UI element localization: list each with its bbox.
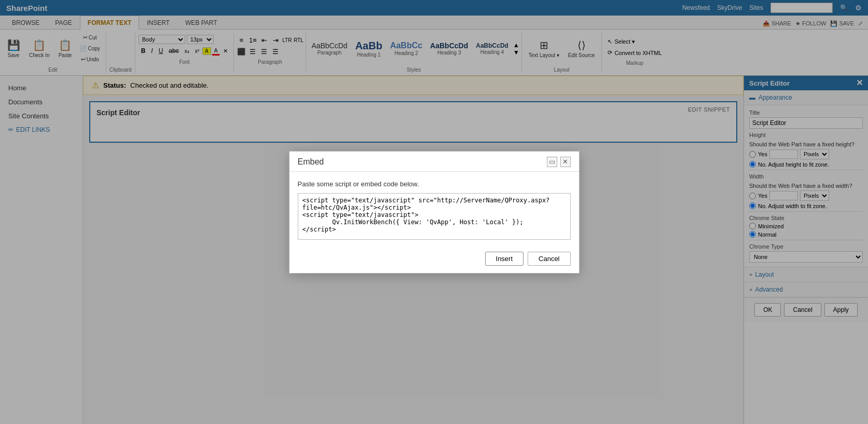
modal-controls: ▭ ✕ [547,157,571,167]
modal-minimize-btn[interactable]: ▭ [547,157,557,167]
embed-code-textarea[interactable]: <script type="text/javascript" src="http… [298,193,571,240]
modal-header: Embed ▭ ✕ [290,152,579,172]
modal-body: Paste some script or embed code below. <… [290,172,579,248]
modal-cancel-btn[interactable]: Cancel [528,252,570,266]
modal-footer: Insert Cancel [290,248,579,273]
modal-overlay: Embed ▭ ✕ Paste some script or embed cod… [0,0,868,424]
modal-close-btn[interactable]: ✕ [560,157,571,167]
insert-btn[interactable]: Insert [485,252,524,266]
modal-title: Embed [298,157,324,167]
modal-description: Paste some script or embed code below. [298,180,571,188]
embed-modal: Embed ▭ ✕ Paste some script or embed cod… [289,151,580,273]
